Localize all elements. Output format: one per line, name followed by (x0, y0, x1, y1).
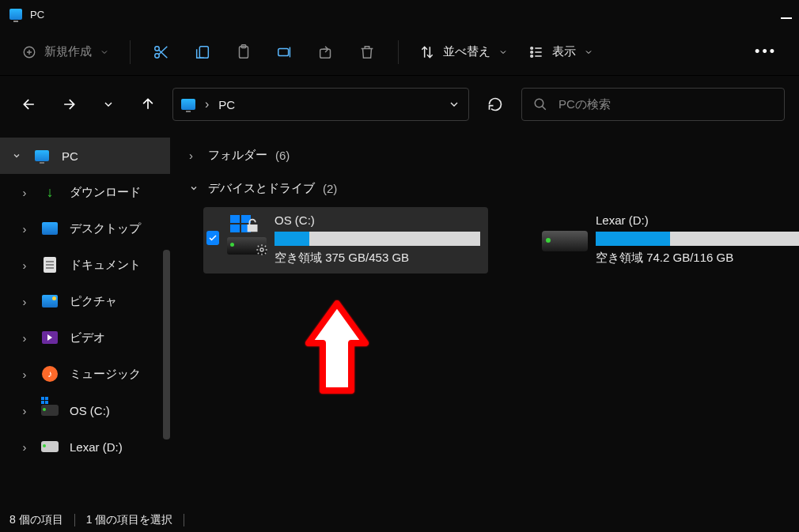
gear-icon (256, 243, 268, 256)
chevron-right-icon[interactable]: › (19, 440, 30, 454)
drive-icon (542, 217, 588, 255)
paste-button[interactable] (225, 36, 262, 68)
annotation-arrow (297, 297, 377, 403)
copy-icon (194, 43, 211, 61)
share-button[interactable] (308, 36, 344, 68)
cut-button[interactable] (143, 36, 180, 68)
sidebar-item-os-drive[interactable]: › OS (C:) (0, 392, 170, 428)
svg-point-12 (260, 248, 263, 251)
drive-free-text: 空き領域 74.2 GB/116 GB (596, 251, 799, 266)
sidebar-item-desktop[interactable]: › デスクトップ (0, 210, 170, 247)
toolbar: 新規作成 並べ替え 表示 ••• (0, 28, 799, 76)
scrollbar[interactable] (163, 250, 170, 440)
drive-name: Lexar (D:) (596, 213, 799, 227)
group-count: (2) (323, 182, 337, 195)
pc-icon (181, 99, 195, 110)
view-button[interactable]: 表示 (521, 40, 601, 65)
sort-button[interactable]: 並べ替え (411, 40, 516, 65)
more-button[interactable]: ••• (747, 40, 785, 63)
svg-point-10 (531, 55, 533, 57)
search-icon (533, 97, 547, 111)
sidebar-item-label: デスクトップ (70, 221, 141, 236)
view-label: 表示 (552, 44, 576, 59)
view-icon (528, 44, 544, 60)
trash-icon (358, 43, 376, 61)
sidebar-item-label: PC (62, 149, 78, 163)
rename-button[interactable] (267, 36, 303, 68)
status-bar: 8 個の項目 1 個の項目を選択 (0, 508, 799, 532)
refresh-icon (487, 96, 503, 112)
chevron-down-icon (102, 98, 115, 111)
chevron-down-icon[interactable] (448, 98, 460, 111)
refresh-button[interactable] (479, 88, 512, 121)
delete-button[interactable] (349, 36, 385, 68)
download-icon: ↓ (41, 183, 59, 201)
chevron-right-icon[interactable]: › (19, 295, 30, 308)
new-button[interactable]: 新規作成 (14, 40, 117, 64)
address-bar[interactable]: › PC (172, 88, 469, 121)
sidebar-item-label: Lexar (D:) (70, 440, 123, 454)
rename-icon (276, 43, 293, 61)
scissors-icon (153, 43, 170, 61)
arrow-left-icon (21, 96, 37, 112)
search-input[interactable]: PCの検索 (521, 88, 785, 121)
chevron-down-icon[interactable] (11, 151, 22, 160)
svg-point-2 (155, 53, 160, 58)
chevron-down-icon (189, 182, 200, 195)
status-items: 8 個の項目 (9, 513, 63, 527)
lock-open-icon (244, 217, 262, 234)
sidebar-item-music[interactable]: › ♪ ミュージック (0, 356, 170, 392)
chevron-right-icon: › (189, 149, 200, 162)
os-drive-icon (227, 217, 267, 255)
sidebar: PC › ↓ ダウンロード › デスクトップ › ドキュメント › ピクチャ ›… (0, 133, 170, 508)
chevron-right-icon[interactable]: › (19, 331, 30, 345)
separator (184, 514, 184, 526)
chevron-right-icon[interactable]: › (19, 368, 30, 381)
group-folders[interactable]: › フォルダー (6) (189, 142, 791, 168)
clipboard-icon (235, 43, 252, 61)
disk-icon (41, 441, 59, 452)
sidebar-item-pictures[interactable]: › ピクチャ (0, 283, 170, 319)
svg-point-11 (535, 99, 543, 108)
group-drives[interactable]: デバイスとドライブ (2) (189, 175, 791, 201)
storage-bar (596, 232, 799, 246)
sidebar-item-downloads[interactable]: › ↓ ダウンロード (0, 174, 170, 210)
chevron-down-icon (498, 47, 508, 57)
sidebar-item-documents[interactable]: › ドキュメント (0, 247, 170, 283)
chevron-down-icon (584, 47, 593, 57)
sidebar-item-lexar-drive[interactable]: › Lexar (D:) (0, 428, 170, 465)
sidebar-item-pc[interactable]: PC (0, 138, 170, 174)
drive-lexar-d[interactable]: Lexar (D:) 空き領域 74.2 GB/116 GB (539, 207, 799, 274)
chevron-down-icon (100, 47, 109, 57)
sidebar-item-label: ビデオ (70, 330, 105, 345)
sort-icon (419, 44, 435, 60)
separator (130, 40, 131, 64)
chevron-right-icon[interactable]: › (19, 222, 30, 236)
svg-point-8 (531, 47, 533, 49)
ellipsis-icon: ••• (755, 43, 777, 59)
sidebar-item-label: OS (C:) (70, 404, 110, 417)
copy-button[interactable] (184, 36, 221, 68)
breadcrumb-root[interactable]: PC (218, 98, 235, 111)
up-button[interactable] (133, 89, 163, 119)
share-icon (317, 43, 335, 61)
sort-label: 並べ替え (443, 44, 490, 59)
separator (398, 40, 399, 64)
desktop-icon (42, 222, 58, 235)
videos-icon (42, 331, 58, 344)
drive-os-c[interactable]: OS (C:) 空き領域 375 GB/453 GB (203, 207, 488, 274)
svg-point-1 (155, 46, 160, 51)
recent-button[interactable] (93, 89, 123, 119)
document-icon (44, 257, 56, 273)
sidebar-item-videos[interactable]: › ビデオ (0, 319, 170, 356)
checkbox-checked[interactable] (206, 231, 219, 245)
chevron-right-icon[interactable]: › (19, 404, 30, 417)
chevron-right-icon[interactable]: › (19, 258, 30, 272)
back-button[interactable] (14, 89, 44, 119)
drive-free-text: 空き領域 375 GB/453 GB (275, 251, 480, 266)
chevron-right-icon[interactable]: › (19, 186, 30, 199)
separator (74, 514, 75, 526)
forward-button[interactable] (54, 89, 84, 119)
sidebar-item-label: ドキュメント (70, 258, 141, 273)
minimize-button[interactable] (778, 11, 794, 27)
